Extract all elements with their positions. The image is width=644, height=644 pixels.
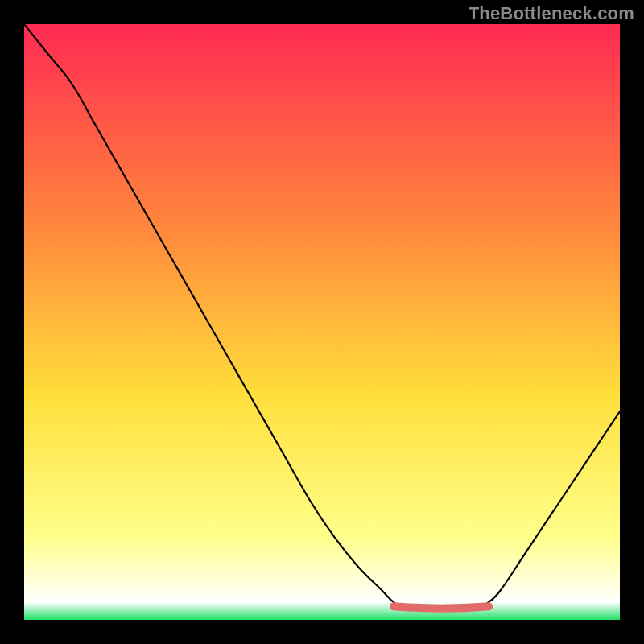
chart-canvas: TheBottleneck.com bbox=[0, 0, 644, 644]
bottleneck-curve bbox=[24, 24, 620, 609]
watermark-text: TheBottleneck.com bbox=[469, 3, 634, 24]
flat-segment-accent bbox=[394, 606, 489, 609]
curve-layer bbox=[24, 24, 620, 620]
plot-area bbox=[24, 24, 620, 620]
